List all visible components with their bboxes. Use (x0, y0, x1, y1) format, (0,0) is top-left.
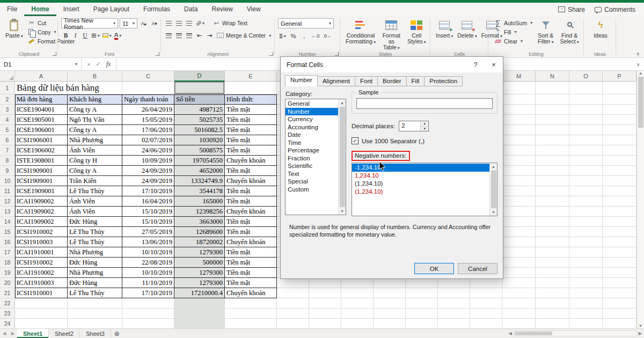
cell-N10[interactable] (536, 176, 569, 186)
cell-M5[interactable] (502, 125, 536, 135)
cell-D7[interactable]: 5008575 (174, 145, 225, 156)
hscroll-left-icon[interactable]: ◀ (509, 331, 512, 336)
insert-cells-button[interactable]: + Insert▾ (434, 18, 455, 40)
orientation-button[interactable]: ab▾ (195, 18, 206, 28)
cell-A14[interactable]: ICAI1909002 (15, 217, 68, 227)
cell-A4[interactable]: ICSE1905001 (15, 115, 68, 125)
cell-E14[interactable]: Tiền mặt (225, 217, 277, 227)
borders-button[interactable]: ⊞▾ (90, 31, 101, 40)
cell-A19[interactable]: ICAI1910002 (15, 268, 68, 278)
select-all-corner[interactable] (0, 71, 15, 82)
cell-B20[interactable]: Đức Hùng (68, 278, 122, 288)
cell-B23[interactable] (68, 308, 122, 319)
cell-P20[interactable] (603, 278, 636, 288)
cell-B18[interactable]: Đức Hùng (68, 258, 122, 268)
cell-B7[interactable]: Ánh Viên (68, 145, 122, 156)
cell-O19[interactable] (569, 268, 603, 278)
category-item-custom[interactable]: Custom (286, 186, 338, 194)
cell-M8[interactable] (502, 156, 536, 166)
category-item-percentage[interactable]: Percentage (286, 146, 338, 155)
cell-styles-button[interactable]: Cell Styles▾ (405, 18, 428, 46)
cell-P23[interactable] (603, 308, 636, 319)
cell-E4[interactable]: Tiền mặt (225, 115, 277, 125)
cell-J24[interactable] (406, 319, 438, 328)
comments-button[interactable]: Comments (595, 6, 635, 13)
cell-G20[interactable] (309, 278, 341, 288)
cell-O5[interactable] (569, 125, 603, 135)
row-header-3[interactable]: 3 (0, 105, 15, 115)
cell-N23[interactable] (536, 308, 569, 319)
cell-C15[interactable]: 27/05/2019 (122, 227, 174, 237)
cell-P7[interactable] (603, 145, 636, 156)
cell-P24[interactable] (603, 319, 636, 328)
dialog-tab-border[interactable]: Border (377, 76, 407, 86)
cell-G24[interactable] (309, 319, 341, 328)
cell-D8[interactable]: 197054550 (174, 156, 225, 166)
merge-center-button[interactable]: ↔Merge & Center▾ (215, 31, 273, 40)
cell-D22[interactable] (174, 298, 225, 308)
dialog-tab-font[interactable]: Font (355, 76, 378, 86)
cell-O15[interactable] (569, 227, 603, 237)
increase-indent-button[interactable]: ⇥ (205, 31, 214, 40)
cell-M22[interactable] (502, 298, 536, 308)
cell-N18[interactable] (536, 258, 569, 268)
cell-O2[interactable] (569, 94, 603, 105)
cell-P10[interactable] (603, 176, 636, 186)
row-header-15[interactable]: 15 (0, 227, 15, 237)
cell-B24[interactable] (68, 319, 122, 328)
cell-A21[interactable]: ICSI1910001 (15, 288, 68, 298)
cell-E15[interactable]: Tiền mặt (225, 227, 277, 237)
col-header-M[interactable]: M (502, 71, 536, 82)
decrease-font-size-button[interactable]: A▾ (150, 19, 159, 28)
cell-N5[interactable] (536, 125, 569, 135)
align-bottom-button[interactable] (185, 18, 194, 28)
cell-O24[interactable] (569, 319, 603, 328)
cell-E11[interactable]: Tiền mặt (225, 186, 277, 196)
row-header-22[interactable]: 22 (0, 298, 15, 308)
cell-I22[interactable] (374, 298, 406, 308)
cell-O21[interactable] (569, 288, 603, 298)
cell-G21[interactable] (309, 288, 341, 298)
category-item-date[interactable]: Date (286, 131, 338, 139)
cell-N6[interactable] (536, 135, 569, 145)
cell-E24[interactable] (225, 319, 277, 328)
cell-K20[interactable] (438, 278, 470, 288)
cell-N17[interactable] (536, 247, 569, 258)
cell-O1[interactable] (569, 82, 603, 94)
cell-C10[interactable]: 24/09/2019 (122, 176, 174, 186)
delete-cells-button[interactable]: × Delete▾ (455, 18, 479, 40)
insert-function-icon[interactable]: fx (106, 60, 111, 68)
number-format-select[interactable]: General▾ (278, 18, 334, 28)
comma-style-button[interactable]: , (299, 31, 309, 41)
ribbon-tab-data[interactable]: Data (177, 3, 204, 16)
cell-E6[interactable]: Tiền mặt (225, 135, 277, 145)
cell-C16[interactable]: 13/06/2019 (122, 237, 174, 247)
cell-E12[interactable]: Tiền mặt (225, 196, 277, 207)
cell-M2[interactable] (502, 94, 536, 105)
cell-P3[interactable] (603, 105, 636, 115)
cell-N22[interactable] (536, 298, 569, 308)
cell-N12[interactable] (536, 196, 569, 207)
cell-O14[interactable] (569, 217, 603, 227)
ribbon-tab-file[interactable]: File (0, 3, 24, 16)
cell-D24[interactable] (174, 319, 225, 328)
cell-E5[interactable]: Tiền mặt (225, 125, 277, 135)
cell-M18[interactable] (502, 258, 536, 268)
cell-M13[interactable] (502, 207, 536, 217)
row-header-4[interactable]: 4 (0, 115, 15, 125)
cell-E23[interactable] (225, 308, 277, 319)
autosum-button[interactable]: ∑AutoSum▾ (493, 18, 534, 27)
cell-N21[interactable] (536, 288, 569, 298)
row-header-8[interactable]: 8 (0, 156, 15, 166)
number-dialog-launcher[interactable] (335, 52, 339, 56)
cell-E1[interactable] (225, 82, 277, 94)
cell-O17[interactable] (569, 247, 603, 258)
cell-P15[interactable] (603, 227, 636, 237)
cell-E22[interactable] (225, 298, 277, 308)
add-sheet-button[interactable]: ⊕ (111, 329, 123, 338)
ideas-button[interactable]: ϟ Ideas (587, 18, 614, 39)
cell-D19[interactable]: 1279300 (174, 268, 225, 278)
cell-D2[interactable]: Số tiền (174, 94, 225, 105)
cell-B5[interactable]: Công ty A (68, 125, 122, 135)
ribbon-tab-home[interactable]: Home (24, 3, 56, 16)
